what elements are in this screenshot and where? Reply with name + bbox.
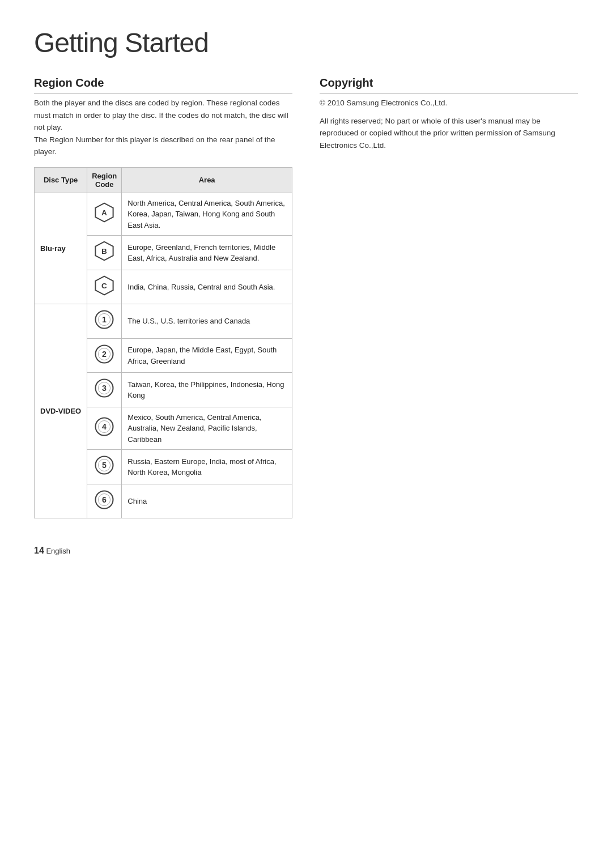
svg-text:B: B bbox=[101, 248, 107, 256]
table-row: Blu-ray A North America, Central America… bbox=[35, 193, 292, 236]
svg-text:2: 2 bbox=[102, 350, 107, 359]
copyright-body: © 2010 Samsung Electronics Co.,Ltd. All … bbox=[320, 97, 578, 151]
region-icon-cell: 3 bbox=[87, 373, 122, 407]
area-cell: The U.S., U.S. territories and Canada bbox=[122, 304, 292, 339]
area-cell: North America, Central America, South Am… bbox=[122, 193, 292, 236]
copyright-line-1: © 2010 Samsung Electronics Co.,Ltd. bbox=[320, 97, 578, 109]
region-icon-cell: C bbox=[87, 270, 122, 304]
svg-text:4: 4 bbox=[102, 422, 107, 431]
main-content: Region Code Both the player and the disc… bbox=[34, 76, 578, 518]
intro-para-2: The Region Number for this player is des… bbox=[34, 134, 292, 158]
svg-text:6: 6 bbox=[102, 495, 107, 504]
svg-text:1: 1 bbox=[102, 315, 107, 324]
svg-text:3: 3 bbox=[102, 384, 107, 393]
footer-language: English bbox=[46, 547, 70, 555]
area-cell: Europe, Greenland, French territories, M… bbox=[122, 236, 292, 270]
svg-text:A: A bbox=[101, 209, 107, 218]
copyright-section: Copyright © 2010 Samsung Electronics Co.… bbox=[320, 76, 578, 157]
region-icon-cell: 4 bbox=[87, 407, 122, 450]
table-row: DVD-VIDEO 1 The U.S., U.S. territories a… bbox=[35, 304, 292, 339]
svg-text:C: C bbox=[101, 282, 107, 290]
region-icon-cell: 1 bbox=[87, 304, 122, 339]
footer: 14 English bbox=[34, 546, 578, 556]
region-icon-cell: A bbox=[87, 193, 122, 236]
region-icon-cell: B bbox=[87, 236, 122, 270]
disc-type-bluray: Blu-ray bbox=[35, 193, 87, 304]
region-code-intro: Both the player and the discs are coded … bbox=[34, 97, 292, 158]
area-cell: India, China, Russia, Central and South … bbox=[122, 270, 292, 304]
disc-type-dvd: DVD-VIDEO bbox=[35, 304, 87, 518]
region-icon-cell: 2 bbox=[87, 338, 122, 373]
area-cell: China bbox=[122, 484, 292, 518]
copyright-line-2: All rights reserved; No part or whole of… bbox=[320, 115, 578, 152]
table-header-disc-type: Disc Type bbox=[35, 167, 87, 193]
region-code-section: Region Code Both the player and the disc… bbox=[34, 76, 292, 518]
intro-para-1: Both the player and the discs are coded … bbox=[34, 97, 292, 134]
area-cell: Taiwan, Korea, the Philippines, Indonesi… bbox=[122, 373, 292, 407]
region-code-title: Region Code bbox=[34, 76, 292, 93]
region-code-table: Disc Type Region Code Area Blu-ray A Nor… bbox=[34, 167, 292, 519]
area-cell: Europe, Japan, the Middle East, Egypt, S… bbox=[122, 338, 292, 373]
region-icon-cell: 6 bbox=[87, 484, 122, 518]
svg-text:5: 5 bbox=[102, 461, 107, 470]
copyright-title: Copyright bbox=[320, 76, 578, 93]
table-header-area: Area bbox=[122, 167, 292, 193]
table-header-region-code: Region Code bbox=[87, 167, 122, 193]
area-cell: Mexico, South America, Central America, … bbox=[122, 407, 292, 450]
area-cell: Russia, Eastern Europe, India, most of A… bbox=[122, 450, 292, 484]
region-icon-cell: 5 bbox=[87, 450, 122, 484]
footer-page-number: 14 bbox=[34, 546, 44, 555]
page-title: Getting Started bbox=[34, 27, 578, 58]
